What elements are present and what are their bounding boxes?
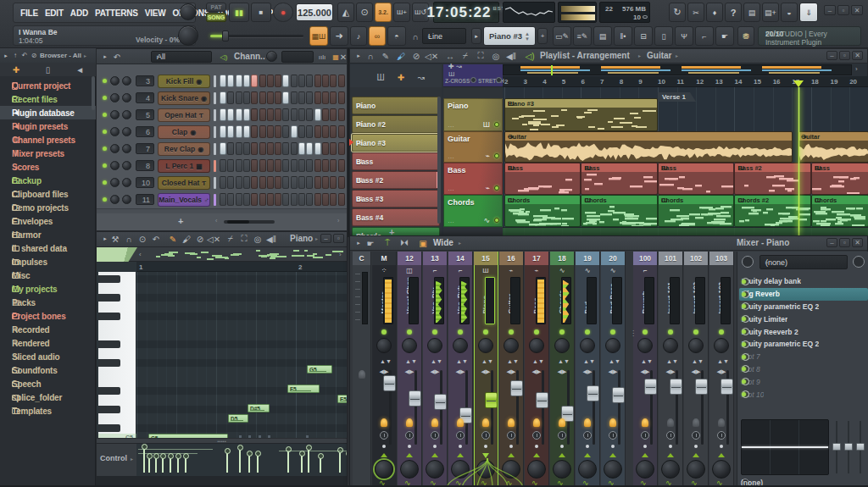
channel-button[interactable]: Kick Fill◉ [158,75,210,88]
browser-item-packs[interactable]: ▥Packs [0,296,92,309]
strip-clock-icon[interactable] [431,431,439,440]
fx-enable-lamp[interactable] [406,418,413,427]
strip-led[interactable] [407,329,412,335]
track-options-dots[interactable]: … [448,152,454,160]
step-6[interactable] [259,142,266,155]
browser-item-demo-projects[interactable]: Demo projects [0,201,92,214]
strip-record-dot[interactable] [408,445,411,448]
picker-item-piano[interactable]: ШPiano [352,97,440,114]
strip-led[interactable] [693,329,698,335]
browser-item-templates[interactable]: Templates [0,404,92,418]
volume-fader[interactable] [536,392,548,408]
step-12[interactable] [306,193,313,206]
fx-enable-lamp[interactable] [533,418,540,427]
step-5[interactable] [251,75,258,87]
timeline-bar-12[interactable]: 12 [696,78,704,86]
strip-clock-icon[interactable] [532,431,541,440]
channel-pan-knob[interactable] [110,178,120,187]
channel-enable-led[interactable] [103,180,107,185]
channel-volume-knob[interactable] [122,127,131,136]
timeline-bar-14[interactable]: 14 [734,78,742,86]
playlist-magnet-icon[interactable]: ∩ [364,50,377,62]
channel-volume-knob[interactable] [122,195,131,204]
mixer-strip-master[interactable]: M⁘Master▲▼◀▶∿ [372,252,397,486]
fx-slot-2[interactable]: ▶Big Reverb [739,288,868,301]
route-arrow[interactable] [406,453,413,457]
strip-number[interactable]: 13 [423,252,447,265]
strip-clock-icon[interactable] [380,431,388,440]
strip-led[interactable] [483,329,488,335]
fx-slot-5[interactable]: ▶Fruity Reeverb 2 [739,325,868,338]
step-11[interactable] [298,193,305,206]
strip-number[interactable]: 100 [633,252,657,265]
picker-tab-audio-icon[interactable]: ✚ [394,71,408,83]
step-6[interactable] [259,125,266,138]
route-arrow[interactable] [693,453,699,457]
browser-item-recorded[interactable]: ∿Recorded [0,323,92,336]
step-13[interactable] [314,125,321,138]
step-13[interactable] [314,193,321,206]
marker-verse[interactable]: Verse 1 [658,87,696,97]
velocity-stem[interactable] [287,450,289,473]
channel-pan-knob[interactable] [110,76,120,86]
step-14[interactable] [322,176,329,189]
step-7[interactable] [267,159,274,172]
step-7[interactable] [267,193,274,206]
strip-clock-icon[interactable] [717,431,726,440]
strip-eq-knob[interactable] [605,338,620,353]
strip-led[interactable] [668,329,673,335]
channel-button[interactable]: L Perc 1▦ [158,159,210,173]
volume-fader[interactable] [612,387,625,403]
velocity-stem[interactable] [177,457,179,473]
help-button[interactable]: ? [725,3,742,22]
browser-item-il-shared-data[interactable]: IL shared data [0,241,92,255]
route-arrow[interactable] [381,453,387,457]
tempo-display[interactable]: 125.000 [296,3,333,21]
step-9[interactable] [282,91,289,104]
channel-number[interactable]: 5 [136,109,154,120]
zcross-stretch-icons[interactable]: ✚ ↝ Ш [448,64,462,76]
slide-notes-button[interactable]: ♪ [350,26,367,46]
channel-button[interactable]: Closed HatƬ [158,176,210,190]
clip-chords[interactable]: ШChords [504,195,581,227]
send-knob[interactable] [687,460,705,479]
velocity-stem[interactable] [143,447,145,473]
browser-up-icon[interactable]: ↑ [12,50,19,62]
timeline-bar-11[interactable]: 11 [677,78,684,86]
timeline-bar-9[interactable]: 9 [638,78,642,86]
picker-item-piano-2[interactable]: ШPiano #2 [352,115,440,133]
step-15[interactable] [330,142,337,155]
step-3[interactable] [236,75,242,87]
playlist-crumb[interactable]: Guitar [647,51,671,60]
note-d5[interactable]: D5 [228,414,248,423]
browser-item-backup[interactable]: Backup [0,174,92,187]
channel-number[interactable]: 3 [136,75,154,86]
picker-item-piano-3[interactable]: ШPiano #3 [352,134,440,152]
note-f5[interactable]: F5 [287,385,320,393]
browser-scrollbar[interactable] [92,76,95,110]
step-9[interactable] [282,193,289,206]
stereo-sep-control[interactable]: ▲▼ [558,358,566,364]
pattern-selector[interactable]: Piano #3 ▲▼ [483,26,536,46]
clip-chords[interactable]: ШChords [581,195,657,227]
send-knob[interactable] [426,460,444,479]
step-14[interactable] [322,193,329,206]
strip-eq-knob[interactable] [427,338,442,353]
browser-back-icon[interactable]: ↶ [21,50,28,62]
step-1[interactable] [220,159,226,172]
strip-record-dot[interactable] [459,445,462,448]
fader-track[interactable] [593,370,595,445]
fx-time-knob[interactable] [853,256,865,268]
strip-led[interactable] [719,329,724,335]
step-13[interactable] [314,91,321,104]
track-header-chords[interactable]: Chords…∿ [443,195,503,227]
send-knob[interactable] [400,460,419,479]
rack-groove-box[interactable] [281,51,314,63]
fx-enable-lamp[interactable] [609,418,616,427]
note-ds5[interactable]: D#5 [248,404,270,412]
save-button[interactable]: ▤ [743,3,760,22]
timeline-bar-16[interactable]: 16 [773,78,781,86]
channel-pan-knob[interactable] [110,195,120,204]
pattern-prev-button[interactable]: ▸ [471,28,481,44]
step-6[interactable] [259,108,266,121]
